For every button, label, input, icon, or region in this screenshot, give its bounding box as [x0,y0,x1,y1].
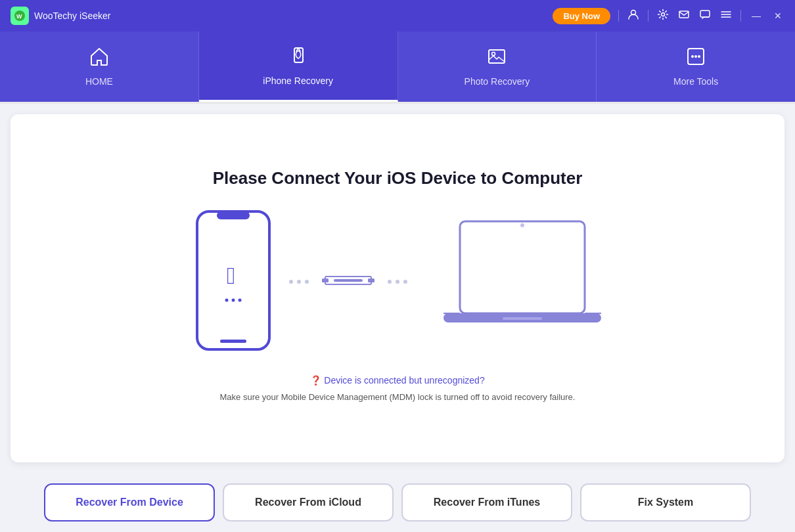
svg-point-3 [662,13,665,16]
separator2 [648,10,648,22]
buy-now-button[interactable]: Buy Now [553,8,610,24]
left-dots [289,280,309,284]
more-tools-icon [686,47,706,71]
nav-iphone-recovery[interactable]: iPhone Recovery [199,32,398,102]
home-label: HOME [85,76,113,87]
svg-point-18 [238,299,242,302]
fix-system-button[interactable]: Fix System [580,483,751,521]
right-dots [388,280,407,284]
photo-recovery-label: Photo Recovery [465,76,530,87]
main-title: Please Connect Your iOS Device to Comput… [213,168,583,188]
svg-rect-14 [217,211,250,219]
dot5 [396,280,399,284]
phone-svg:  [191,208,276,353]
svg-rect-4 [679,11,689,18]
bottom-bar: Recover From Device Recover From iCloud … [0,473,795,532]
laptop-svg [440,215,604,346]
iphone-recovery-label: iPhone Recovery [263,76,333,86]
svg-rect-21 [334,279,363,282]
dot2 [297,280,301,284]
svg-rect-19 [220,340,246,343]
home-icon [89,47,109,71]
svg-rect-5 [700,11,710,17]
chat-icon[interactable] [698,9,712,23]
device-link-text[interactable]: Device is connected but unrecognized? [324,375,484,386]
titlebar-right: Buy Now [553,8,784,24]
iphone-recovery-icon [288,46,308,70]
svg-point-16 [225,299,229,302]
user-icon[interactable] [627,9,640,23]
mdm-text: Make sure your Mobile Device Management … [220,392,576,402]
laptop-illustration [440,215,604,349]
svg-point-12 [698,55,700,58]
app-title: WooTechy iSeeker [34,11,110,21]
nav-home[interactable]: HOME [0,32,199,102]
phone-illustration:  [191,208,276,355]
settings-icon[interactable] [656,9,670,23]
svg-rect-27 [503,317,542,320]
svg-rect-23 [368,278,375,282]
svg-text:W: W [16,13,22,20]
mail-icon[interactable] [677,9,691,23]
menu-icon[interactable] [719,9,733,23]
photo-recovery-icon [487,47,507,71]
navbar: HOME iPhone Recovery Photo Recovery [0,32,795,104]
minimize-button[interactable]: — [749,11,763,21]
titlebar: W WooTechy iSeeker Buy Now [0,0,795,32]
dot1 [289,280,293,284]
separator [618,10,619,22]
more-tools-label: More Tools [673,76,718,87]
nav-photo-recovery[interactable]: Photo Recovery [398,32,597,102]
svg-point-17 [232,299,235,302]
app-icon: W [11,7,29,25]
recover-from-device-button[interactable]: Recover From Device [44,483,215,521]
close-button[interactable]: ✕ [771,11,784,21]
illustration:  [191,208,604,355]
dot4 [388,280,392,284]
svg-rect-24 [460,221,585,313]
svg-point-10 [691,55,694,58]
recover-from-icloud-button[interactable]: Recover From iCloud [223,483,394,521]
cable-connector [322,267,375,296]
svg-point-8 [492,53,495,56]
main-content: Please Connect Your iOS Device to Comput… [11,114,784,462]
info-section: ❓ Device is connected but unrecognized? … [220,375,576,402]
titlebar-left: W WooTechy iSeeker [11,7,110,25]
svg-text::  [227,262,235,289]
dot3 [305,280,309,284]
device-link[interactable]: ❓ Device is connected but unrecognized? [220,375,576,386]
dot6 [403,280,407,284]
separator3 [740,10,741,22]
nav-more-tools[interactable]: More Tools [597,32,795,102]
svg-point-25 [520,223,524,227]
recover-from-itunes-button[interactable]: Recover From iTunes [401,483,572,521]
svg-rect-7 [489,50,505,63]
svg-point-11 [694,55,697,58]
svg-rect-22 [322,278,329,282]
question-icon: ❓ [310,375,321,386]
